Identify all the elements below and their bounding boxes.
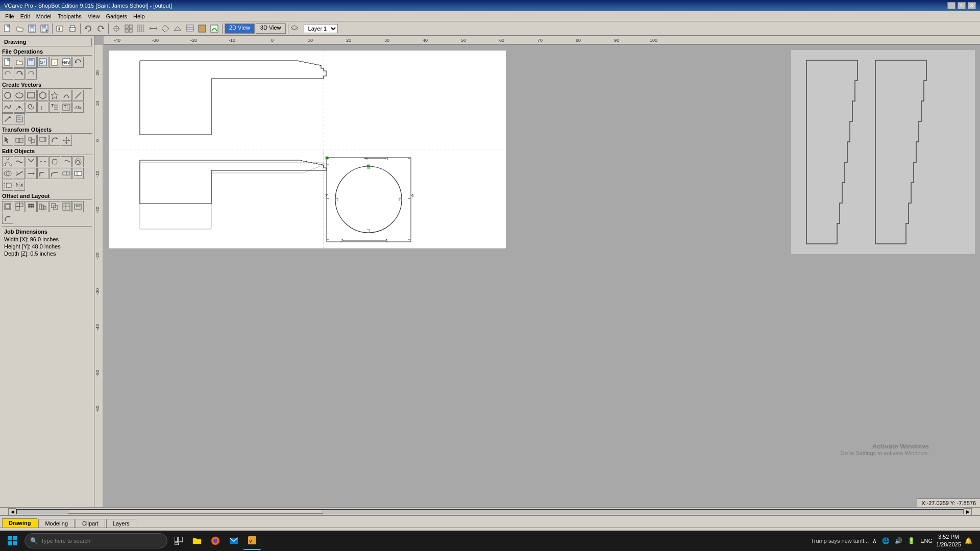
- tool-spline[interactable]: [2, 102, 13, 113]
- tool-node[interactable]: [2, 156, 13, 167]
- tool-mirror[interactable]: [14, 180, 25, 191]
- tool-fancytext[interactable]: Abc: [72, 102, 84, 113]
- measure-btn[interactable]: [148, 23, 159, 34]
- tool-subtract[interactable]: [72, 168, 84, 179]
- tab-modeling[interactable]: Modeling: [38, 519, 75, 528]
- tool-saveas[interactable]: S+: [37, 57, 48, 68]
- tool-open[interactable]: [14, 57, 25, 68]
- tool-reverse[interactable]: [61, 156, 72, 167]
- hscroll-track[interactable]: [16, 509, 964, 514]
- tool-smooth[interactable]: [14, 156, 25, 167]
- tool-select[interactable]: [2, 135, 13, 146]
- language-icon[interactable]: ENG: [919, 538, 934, 544]
- maximize-btn[interactable]: □: [958, 2, 966, 9]
- tool-line[interactable]: [72, 90, 84, 101]
- network-icon[interactable]: 🌐: [880, 537, 891, 544]
- tool-note[interactable]: [14, 113, 25, 124]
- tool-panel2[interactable]: [72, 201, 84, 212]
- save-as-btn[interactable]: +: [39, 23, 50, 34]
- undo-btn[interactable]: [83, 23, 94, 34]
- chevron-icon[interactable]: ∧: [871, 537, 878, 544]
- vcarve-btn[interactable]: V: [243, 532, 261, 550]
- save-btn[interactable]: [27, 23, 38, 34]
- tool-chamfer[interactable]: [49, 168, 60, 179]
- notifications-btn[interactable]: 🔔: [963, 537, 974, 544]
- tool-rect[interactable]: [26, 90, 37, 101]
- tool-undo2[interactable]: [2, 68, 13, 80]
- tool-group[interactable]: [14, 135, 25, 146]
- tool-offset[interactable]: [72, 156, 84, 167]
- 2d-view-btn[interactable]: 2D View: [225, 23, 255, 34]
- snap-btn[interactable]: [111, 23, 122, 34]
- 3d-view-btn[interactable]: 3D View: [256, 23, 286, 34]
- scroll-left-btn[interactable]: ◀: [8, 508, 16, 515]
- tab-layers[interactable]: Layers: [106, 519, 136, 528]
- start-button[interactable]: [2, 532, 22, 550]
- tool-panel[interactable]: [61, 201, 72, 212]
- menu-help[interactable]: Help: [130, 12, 148, 20]
- tool-break[interactable]: [37, 156, 48, 167]
- tool-new[interactable]: [2, 57, 13, 68]
- close-btn[interactable]: ✕: [968, 2, 976, 9]
- layer-dropdown[interactable]: Layer 1: [304, 24, 338, 33]
- tool-arc[interactable]: [61, 90, 72, 101]
- tab-clipart[interactable]: Clipart: [76, 519, 105, 528]
- menu-file[interactable]: File: [2, 12, 17, 20]
- tool-step-repeat[interactable]: [37, 201, 48, 212]
- menu-model[interactable]: Model: [33, 12, 55, 20]
- canvas-area[interactable]: -40 -30 -20 -10 0 10 20 30 40 50 60 70 8…: [94, 36, 980, 507]
- scroll-right-btn[interactable]: ▶: [964, 508, 972, 515]
- tool-nesting[interactable]: [14, 201, 25, 212]
- tab-drawing[interactable]: Drawing: [2, 518, 37, 528]
- tool-join[interactable]: [26, 156, 37, 167]
- tool-close[interactable]: [49, 156, 60, 167]
- redo-btn[interactable]: [95, 23, 106, 34]
- tool-ellipse[interactable]: [14, 90, 25, 101]
- file-explorer-btn[interactable]: [188, 532, 206, 550]
- tool-trim[interactable]: [14, 168, 25, 179]
- tool-undo[interactable]: [72, 57, 84, 68]
- layers-btn[interactable]: [184, 23, 195, 34]
- tool-boolean[interactable]: [2, 168, 13, 179]
- tool-rotate[interactable]: [49, 135, 60, 146]
- tool-intersect[interactable]: [2, 180, 13, 191]
- title-bar-controls[interactable]: _ □ ✕: [947, 2, 976, 9]
- tool-resize[interactable]: [37, 135, 48, 146]
- grid2-btn[interactable]: [135, 23, 146, 34]
- tool-move[interactable]: [61, 135, 72, 146]
- tool-text[interactable]: T: [37, 102, 48, 113]
- volume-icon[interactable]: 🔊: [893, 537, 904, 544]
- hscrollbar[interactable]: ◀ ▶: [0, 507, 980, 515]
- menu-edit[interactable]: Edit: [17, 12, 33, 20]
- minimize-btn[interactable]: _: [947, 2, 955, 9]
- drawing-canvas[interactable]: [109, 50, 507, 249]
- tool-circle[interactable]: [2, 90, 13, 101]
- menu-view[interactable]: View: [85, 12, 103, 20]
- grid-btn[interactable]: [123, 23, 134, 34]
- tool-redo[interactable]: [14, 68, 25, 80]
- tool-spiral[interactable]: [26, 102, 37, 113]
- clock[interactable]: 3:52 PM 1/28/2025: [936, 533, 961, 549]
- tool-rotate2[interactable]: [2, 213, 13, 224]
- tool-polygon[interactable]: [37, 90, 48, 101]
- view3d-btn[interactable]: [172, 23, 183, 34]
- tool-star[interactable]: [49, 90, 60, 101]
- tool-fillet[interactable]: [37, 168, 48, 179]
- open-file-btn[interactable]: [14, 23, 26, 34]
- import-btn[interactable]: ⬇: [55, 23, 66, 34]
- tool-weld[interactable]: [61, 168, 72, 179]
- tool-redo2[interactable]: [26, 68, 37, 80]
- print-btn[interactable]: [67, 23, 78, 34]
- tool-new2[interactable]: New: [61, 57, 72, 68]
- material-btn[interactable]: [197, 23, 208, 34]
- tool-offset2[interactable]: [2, 201, 13, 212]
- tool-extend[interactable]: [26, 168, 37, 179]
- tool-multitext[interactable]: T: [49, 102, 60, 113]
- tool-layouttext[interactable]: T|: [61, 102, 72, 113]
- tool-save[interactable]: [26, 57, 37, 68]
- tool-arrow[interactable]: [2, 113, 13, 124]
- browser-btn[interactable]: [206, 532, 225, 550]
- new-file-btn[interactable]: [2, 23, 13, 34]
- tool-import[interactable]: ↓: [49, 57, 60, 68]
- battery-icon[interactable]: 🔋: [906, 537, 917, 544]
